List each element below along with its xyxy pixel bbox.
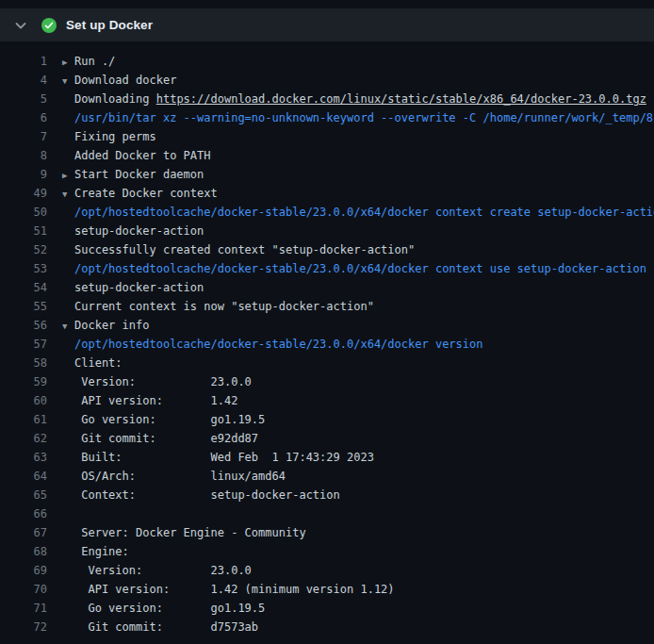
log-line: 55Current context is now "setup-docker-a… bbox=[0, 297, 654, 316]
log-text: setup-docker-action bbox=[74, 281, 204, 294]
line-content: Downloading https://download.docker.com/… bbox=[47, 90, 646, 108]
log-line: 72 Git commit: d7573ab bbox=[0, 618, 654, 636]
log-text: Engine: bbox=[74, 545, 129, 558]
group-title-line[interactable]: ▶Run ./ bbox=[47, 52, 115, 71]
line-number[interactable]: 8 bbox=[0, 146, 47, 165]
line-number[interactable]: 69 bbox=[0, 561, 47, 580]
log-text: Download docker bbox=[74, 74, 176, 87]
line-number[interactable]: 67 bbox=[0, 523, 47, 542]
line-number[interactable]: 4 bbox=[0, 71, 47, 90]
log-text: OS/Arch: linux/amd64 bbox=[74, 470, 286, 483]
line-number[interactable]: 66 bbox=[0, 504, 47, 523]
log-text: Version: 23.0.0 bbox=[74, 564, 252, 577]
chevron-down-icon[interactable] bbox=[13, 18, 28, 33]
log-line: 53/opt/hostedtoolcache/docker-stable/23.… bbox=[0, 259, 654, 278]
line-number[interactable]: 59 bbox=[0, 372, 47, 391]
line-number[interactable]: 6 bbox=[0, 108, 47, 127]
collapse-group-arrow-icon[interactable]: ▼ bbox=[62, 72, 74, 91]
expand-group-arrow-icon[interactable]: ▶ bbox=[62, 53, 74, 72]
expand-group-arrow-icon[interactable]: ▶ bbox=[62, 166, 74, 185]
log-text: Successfully created context "setup-dock… bbox=[74, 243, 415, 256]
line-content: Git commit: e92dd87 bbox=[47, 429, 258, 448]
line-number[interactable]: 72 bbox=[0, 618, 47, 636]
log-line: 69 Version: 23.0.0 bbox=[0, 561, 654, 580]
line-number[interactable]: 1 bbox=[0, 52, 47, 71]
log-line: 56▼Docker info bbox=[0, 316, 654, 335]
log-command-text: /opt/hostedtoolcache/docker-stable/23.0.… bbox=[74, 206, 654, 219]
log-line: 70 API version: 1.42 (minimum version 1.… bbox=[0, 580, 654, 599]
line-number[interactable]: 53 bbox=[0, 259, 47, 278]
log-area: 1▶Run ./4▼Download docker5Downloading ht… bbox=[0, 41, 654, 636]
line-number[interactable]: 65 bbox=[0, 486, 47, 504]
line-number[interactable]: 49 bbox=[0, 184, 47, 203]
line-number[interactable]: 63 bbox=[0, 448, 47, 467]
line-number[interactable]: 62 bbox=[0, 429, 47, 448]
line-content: API version: 1.42 bbox=[47, 391, 237, 410]
log-line: 6/usr/bin/tar xz --warning=no-unknown-ke… bbox=[0, 108, 654, 127]
line-content: Version: 23.0.0 bbox=[47, 372, 252, 391]
group-title-line[interactable]: ▼Create Docker context bbox=[47, 184, 218, 203]
log-text: Added Docker to PATH bbox=[74, 149, 211, 162]
line-content: Client: bbox=[47, 354, 123, 372]
line-number[interactable]: 56 bbox=[0, 316, 47, 335]
log-line: 57/opt/hostedtoolcache/docker-stable/23.… bbox=[0, 335, 654, 354]
group-title-line[interactable]: ▶Start Docker daemon bbox=[47, 165, 204, 184]
line-content: Git commit: d7573ab bbox=[47, 618, 258, 636]
log-line: 62 Git commit: e92dd87 bbox=[0, 429, 654, 448]
line-number[interactable]: 54 bbox=[0, 278, 47, 297]
line-number[interactable]: 61 bbox=[0, 410, 47, 429]
line-content: Go version: go1.19.5 bbox=[47, 599, 265, 618]
line-content: setup-docker-action bbox=[47, 278, 204, 297]
log-text: Git commit: d7573ab bbox=[74, 620, 258, 634]
line-number[interactable]: 9 bbox=[0, 165, 47, 184]
log-line: 65 Context: setup-docker-action bbox=[0, 486, 654, 504]
log-text: Docker info bbox=[74, 319, 149, 332]
log-line: 8Added Docker to PATH bbox=[0, 146, 654, 165]
log-text: Client: bbox=[74, 356, 123, 370]
log-line: 60 API version: 1.42 bbox=[0, 391, 654, 410]
log-line: 50/opt/hostedtoolcache/docker-stable/23.… bbox=[0, 203, 654, 222]
line-number[interactable]: 51 bbox=[0, 222, 47, 240]
step-header[interactable]: Set up Docker bbox=[0, 8, 654, 41]
line-number[interactable]: 52 bbox=[0, 240, 47, 259]
log-text: Run ./ bbox=[74, 55, 115, 68]
log-text: Built: Wed Feb 1 17:43:29 2023 bbox=[74, 451, 374, 464]
line-number[interactable]: 57 bbox=[0, 335, 47, 354]
log-line: 49▼Create Docker context bbox=[0, 184, 654, 203]
log-line: 59 Version: 23.0.0 bbox=[0, 372, 654, 391]
line-number[interactable]: 5 bbox=[0, 90, 47, 108]
log-line: 51setup-docker-action bbox=[0, 222, 654, 240]
group-title-line[interactable]: ▼Docker info bbox=[47, 316, 149, 335]
collapse-group-arrow-icon[interactable]: ▼ bbox=[62, 317, 74, 336]
log-text: Context: setup-docker-action bbox=[74, 488, 340, 502]
line-content: Version: 23.0.0 bbox=[47, 561, 252, 580]
line-content: Built: Wed Feb 1 17:43:29 2023 bbox=[47, 448, 374, 467]
line-number[interactable]: 71 bbox=[0, 599, 47, 618]
line-number[interactable]: 50 bbox=[0, 203, 47, 222]
log-text: Go version: go1.19.5 bbox=[74, 413, 265, 426]
line-number[interactable]: 64 bbox=[0, 467, 47, 486]
line-number[interactable]: 60 bbox=[0, 391, 47, 410]
collapse-group-arrow-icon[interactable]: ▼ bbox=[62, 185, 74, 204]
log-text: Version: 23.0.0 bbox=[74, 375, 252, 388]
line-number[interactable]: 68 bbox=[0, 542, 47, 561]
line-number[interactable]: 70 bbox=[0, 580, 47, 599]
log-line: 61 Go version: go1.19.5 bbox=[0, 410, 654, 429]
log-link[interactable]: https://download.docker.com/linux/static… bbox=[156, 92, 646, 106]
line-content: OS/Arch: linux/amd64 bbox=[47, 467, 286, 486]
line-number[interactable]: 58 bbox=[0, 354, 47, 372]
step-title: Set up Docker bbox=[66, 18, 153, 32]
log-command-text: /usr/bin/tar xz --warning=no-unknown-key… bbox=[74, 111, 654, 124]
line-content: Current context is now "setup-docker-act… bbox=[47, 297, 374, 316]
line-content: Server: Docker Engine - Community bbox=[47, 523, 306, 542]
log-line: 1▶Run ./ bbox=[0, 52, 654, 71]
line-number[interactable]: 7 bbox=[0, 127, 47, 146]
log-line: 63 Built: Wed Feb 1 17:43:29 2023 bbox=[0, 448, 654, 467]
log-line: 64 OS/Arch: linux/amd64 bbox=[0, 467, 654, 486]
group-title-line[interactable]: ▼Download docker bbox=[47, 71, 176, 90]
line-content: API version: 1.42 (minimum version 1.12) bbox=[47, 580, 395, 599]
log-text: Go version: go1.19.5 bbox=[74, 602, 265, 615]
log-text: Current context is now "setup-docker-act… bbox=[74, 300, 374, 313]
log-text: Downloading bbox=[74, 92, 156, 106]
line-number[interactable]: 55 bbox=[0, 297, 47, 316]
